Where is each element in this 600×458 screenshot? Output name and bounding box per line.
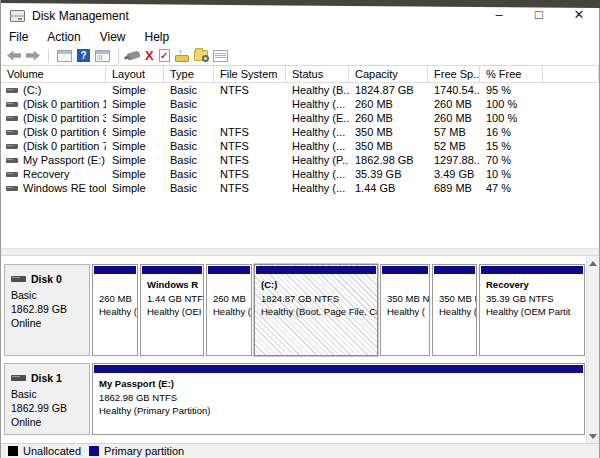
cell-pct: 47 % xyxy=(480,182,543,194)
col-capacity[interactable]: Capacity xyxy=(349,66,428,82)
scroll-up-icon[interactable] xyxy=(587,256,600,270)
partition-block-e[interactable]: My Passport (E:)1862.98 GB NTFSHealthy (… xyxy=(92,363,585,435)
unallocated-swatch xyxy=(8,446,18,456)
partition-block[interactable]: 260 MBHealthy ( xyxy=(206,264,252,356)
cell-type: Basic xyxy=(164,112,214,124)
cell-capacity: 35.39 GB xyxy=(349,168,428,180)
console-tree-icon[interactable] xyxy=(95,50,110,62)
table-row[interactable]: (C:) Simple Basic NTFS Healthy (B... 182… xyxy=(1,83,599,97)
cell-pct: 15 % xyxy=(480,140,543,152)
legend-bar: Unallocated Primary partition xyxy=(1,443,599,458)
cell-capacity: 1.44 GB xyxy=(349,182,428,194)
partition-color-bar xyxy=(142,266,202,274)
disk-type: Basic xyxy=(11,288,89,302)
pane-splitter[interactable] xyxy=(1,248,599,256)
col-status[interactable]: Status xyxy=(286,66,349,82)
menu-help[interactable]: Help xyxy=(145,30,170,44)
table-row[interactable]: Windows RE tools Simple Basic NTFS Healt… xyxy=(1,181,599,195)
cell-free: 57 MB xyxy=(428,126,480,138)
delete-volume-icon[interactable]: X xyxy=(145,49,154,62)
popup-menu-icon[interactable] xyxy=(126,50,141,61)
cell-free: 260 MB xyxy=(428,112,480,124)
table-row[interactable]: Recovery Simple Basic NTFS Healthy (... … xyxy=(1,167,599,181)
menu-view[interactable]: View xyxy=(100,30,126,44)
cell-capacity: 1862.98 GB xyxy=(349,154,428,166)
cell-type: Basic xyxy=(164,140,214,152)
cell-type: Basic xyxy=(164,168,214,180)
cell-pct: 70 % xyxy=(480,154,543,166)
cell-free: 1740.54... xyxy=(428,84,480,96)
table-row[interactable]: (Disk 0 partition 1) Simple Basic Health… xyxy=(1,97,599,111)
cell-layout: Simple xyxy=(106,140,164,152)
volume-icon xyxy=(6,130,18,135)
col-file-system[interactable]: File System xyxy=(214,66,286,82)
cell-capacity: 1824.87 GB xyxy=(349,84,428,96)
cell-status: Healthy (E... xyxy=(286,112,349,124)
disk-size: 1862.89 GB xyxy=(11,302,89,316)
col-free-space[interactable]: Free Sp... xyxy=(428,66,480,82)
cell-layout: Simple xyxy=(106,112,164,124)
back-icon[interactable] xyxy=(7,51,21,61)
volume-name: (Disk 0 partition 1) xyxy=(23,98,106,110)
properties-icon[interactable] xyxy=(213,50,228,62)
table-row[interactable]: (Disk 0 partition 3) Simple Basic Health… xyxy=(1,111,599,125)
menu-action[interactable]: Action xyxy=(47,30,80,44)
partition-block[interactable]: 350 MB NHealthy ( xyxy=(432,264,477,356)
partition-block[interactable]: 350 MB NHealthy ( xyxy=(380,264,430,356)
help-icon[interactable]: ? xyxy=(77,49,90,62)
volume-icon xyxy=(6,102,18,107)
mark-active-icon[interactable]: ✓ xyxy=(159,49,170,62)
partition-block[interactable]: Windows R1.44 GB NTFHealthy (OEI xyxy=(140,264,204,356)
col-layout[interactable]: Layout xyxy=(106,66,164,82)
volume-name: Windows RE tools xyxy=(23,182,106,194)
disk-1-label[interactable]: Disk 1 Basic 1862.99 GB Online xyxy=(4,363,90,435)
cell-status: Healthy (... xyxy=(286,182,349,194)
forward-icon[interactable] xyxy=(26,51,40,61)
cell-fs: NTFS xyxy=(214,182,286,194)
toolbar-separator xyxy=(48,49,49,63)
disk-management-window: Disk Management – □ ✕ File Action View H… xyxy=(0,0,600,458)
console-window-icon[interactable] xyxy=(57,50,72,62)
col-type[interactable]: Type xyxy=(164,66,214,82)
cell-pct: 10 % xyxy=(480,168,543,180)
disk-0-partitions: 260 MBHealthy ( Windows R1.44 GB NTFHeal… xyxy=(92,264,585,356)
partition-block-c-selected[interactable]: (C:)1824.87 GB NTFSHealthy (Boot, Page F… xyxy=(254,264,378,356)
cell-free: 689 MB xyxy=(428,182,480,194)
menu-bar: File Action View Help xyxy=(1,27,599,46)
cell-layout: Simple xyxy=(106,168,164,180)
partition-block[interactable]: Recovery35.39 GB NTFSHealthy (OEM Partit xyxy=(479,264,585,356)
toolbar: ? X ✓ ↑ xyxy=(1,46,599,66)
volume-icon xyxy=(6,158,18,163)
disk-1-row: Disk 1 Basic 1862.99 GB Online My Passpo… xyxy=(4,363,585,435)
col-filler xyxy=(543,66,599,82)
cell-capacity: 350 MB xyxy=(349,140,428,152)
partition-block[interactable]: 260 MBHealthy ( xyxy=(92,264,138,356)
cell-status: Healthy (... xyxy=(286,126,349,138)
vertical-scrollbar[interactable] xyxy=(586,256,599,443)
cell-layout: Simple xyxy=(106,84,164,96)
col-pct-free[interactable]: % Free xyxy=(480,66,543,82)
table-row[interactable]: My Passport (E:) Simple Basic NTFS Healt… xyxy=(1,153,599,167)
partition-color-bar xyxy=(208,266,250,274)
table-row[interactable]: (Disk 0 partition 6) Simple Basic NTFS H… xyxy=(1,125,599,139)
cell-layout: Simple xyxy=(106,98,164,110)
cell-free: 3.49 GB xyxy=(428,168,480,180)
disk-0-label[interactable]: Disk 0 Basic 1862.89 GB Online xyxy=(4,264,90,356)
change-drive-letter-icon[interactable]: ↑ xyxy=(175,49,189,62)
volume-icon xyxy=(6,186,18,191)
cell-status: Healthy (... xyxy=(286,98,349,110)
scroll-down-icon[interactable] xyxy=(587,429,600,443)
volume-icon xyxy=(6,172,18,177)
cell-fs: NTFS xyxy=(214,154,286,166)
menu-file[interactable]: File xyxy=(9,30,28,44)
volume-name: (C:) xyxy=(23,84,41,96)
volume-list: Volume Layout Type File System Status Ca… xyxy=(1,66,599,248)
volume-name: (Disk 0 partition 3) xyxy=(23,112,106,124)
cell-layout: Simple xyxy=(106,182,164,194)
volume-name: (Disk 0 partition 7) xyxy=(23,140,106,152)
partition-color-bar xyxy=(434,266,475,274)
explore-icon[interactable] xyxy=(194,50,208,61)
col-volume[interactable]: Volume xyxy=(1,66,106,82)
table-row[interactable]: (Disk 0 partition 7) Simple Basic NTFS H… xyxy=(1,139,599,153)
cell-type: Basic xyxy=(164,182,214,194)
